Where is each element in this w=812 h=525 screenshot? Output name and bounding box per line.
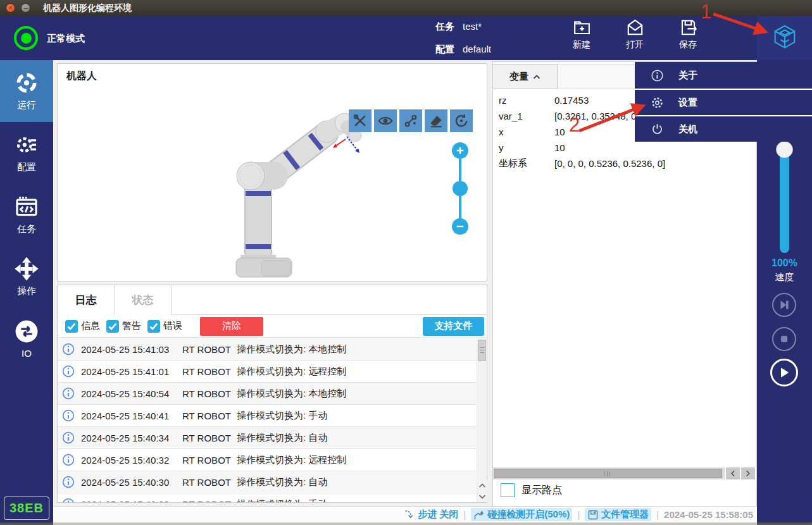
run-icon	[15, 71, 39, 95]
scroll-right-button[interactable]	[741, 467, 755, 479]
variable-name: y	[493, 142, 554, 153]
info-icon	[62, 409, 75, 422]
speed-percent: 100%	[757, 257, 812, 269]
log-filter-checkbox[interactable]: 警告	[106, 320, 141, 333]
log-filter-checkbox[interactable]: 信息	[65, 320, 100, 333]
step-mode-toggle[interactable]: 步进 关闭	[404, 509, 458, 521]
log-message: 操作模式切换为: 本地控制	[237, 343, 346, 355]
log-tab[interactable]: 日志	[58, 285, 115, 315]
header-action-button[interactable]: 新建	[563, 18, 600, 51]
config-value: default	[463, 44, 491, 56]
task-label: 任务	[435, 21, 454, 33]
log-timestamp: 2024-05-25 15:41:03	[81, 344, 182, 355]
menu-item[interactable]: 关机	[635, 115, 812, 142]
io-icon	[15, 319, 39, 343]
zoom-in-button[interactable]	[452, 142, 468, 159]
log-source: RT ROBOT	[182, 411, 237, 421]
header-action-button[interactable]: 保存	[670, 18, 706, 51]
operate-icon	[15, 257, 39, 281]
scroll-up-button[interactable]	[477, 480, 487, 491]
log-entry-row: 2024-05-25 15:40:08 RT ROBOT 操作模式切换为: 手动	[58, 493, 476, 502]
log-entry-row: 2024-05-25 15:40:30 RT ROBOT 操作模式切换为: 自动	[58, 471, 476, 493]
variables-hscrollbar[interactable]	[493, 467, 725, 479]
rotate-icon	[453, 113, 470, 129]
window-minimize-button[interactable]: –	[21, 3, 30, 13]
view-reset-rotation-button[interactable]	[450, 109, 473, 132]
app-menu-button[interactable]	[757, 16, 812, 60]
sidebar-nav-item[interactable]: 配置	[0, 122, 53, 184]
info-icon	[62, 387, 75, 400]
log-source: RT ROBOT	[182, 388, 237, 399]
speed-slider-knob[interactable]	[776, 141, 793, 158]
view-path-button[interactable]	[399, 109, 422, 132]
sidebar-nav-item[interactable]: 运行	[0, 60, 53, 122]
window-title: 机器人图形化编程环境	[43, 3, 132, 14]
sidebar-nav-item[interactable]: IO	[0, 308, 53, 370]
log-tabs: 日志状态	[58, 285, 487, 315]
log-scrollbar-thumb[interactable]	[478, 340, 486, 361]
play-button[interactable]	[770, 359, 798, 386]
variable-name: x	[493, 127, 554, 137]
config-field: 配置 default	[435, 44, 491, 56]
log-entry-row: 2024-05-25 15:40:41 RT ROBOT 操作模式切换为: 手动	[58, 405, 476, 427]
log-source: RT ROBOT	[182, 433, 237, 443]
variable-value: 0.17453	[554, 95, 589, 106]
view-tools-button[interactable]	[349, 109, 372, 132]
log-tab[interactable]: 状态	[115, 285, 172, 315]
log-filter-checkbox[interactable]: 错误	[147, 320, 182, 333]
menu-item[interactable]: 设置	[635, 89, 812, 115]
sidebar-nav: 运行 配置 任务 操作 IO	[0, 60, 53, 370]
log-message: 操作模式切换为: 本地控制	[237, 388, 346, 400]
step-forward-button[interactable]	[772, 293, 796, 317]
log-entry-row: 2024-05-25 15:41:01 RT ROBOT 操作模式切换为: 远程…	[58, 361, 476, 383]
menu-item[interactable]: 关于	[635, 62, 812, 89]
variables-hscrollbar-thumb[interactable]	[494, 469, 722, 478]
view-erase-button[interactable]	[425, 109, 447, 132]
file-manager-button[interactable]: 文件管理器	[585, 508, 651, 521]
app-dropdown-menu: 关于 设置 关机	[635, 62, 812, 142]
log-entry-row: 2024-05-25 15:40:54 RT ROBOT 操作模式切换为: 本地…	[58, 383, 476, 405]
clear-log-button[interactable]: 清除	[200, 317, 263, 336]
header-action-button[interactable]: 打开	[616, 18, 653, 51]
collision-detection-toggle[interactable]: 碰撞检测开启(50%)	[471, 508, 572, 521]
left-sidebar: 运行 配置 任务 操作 IO 38EB	[0, 60, 53, 522]
view-visibility-button[interactable]	[374, 109, 397, 132]
support-files-button[interactable]: 支持文件	[423, 317, 484, 336]
app-logo-icon	[770, 23, 799, 52]
sidebar-nav-item[interactable]: 操作	[0, 246, 53, 308]
unchecked-checkbox	[501, 483, 515, 497]
variable-value: [0, 0, 0, 0.5236, 0.5236, 0]	[554, 158, 665, 169]
zoom-slider-knob[interactable]	[453, 181, 468, 196]
config-label: 配置	[435, 44, 454, 56]
info-icon	[62, 498, 75, 502]
show-waypoints-checkbox[interactable]: 显示路点	[501, 483, 562, 497]
variable-row: y 10	[493, 140, 756, 156]
stop-button[interactable]	[772, 327, 796, 351]
tools-icon	[352, 113, 368, 129]
robot-3d-viewport[interactable]	[165, 99, 368, 282]
sidebar-nav-item[interactable]: 任务	[0, 184, 53, 246]
log-message: 操作模式切换为: 远程控制	[237, 454, 346, 466]
log-timestamp: 2024-05-25 15:40:54	[81, 388, 182, 399]
checkbox-check-icon	[106, 320, 119, 333]
power-icon	[651, 123, 664, 136]
task-icon	[15, 195, 39, 219]
log-scrollbar[interactable]	[477, 338, 487, 502]
scroll-down-button[interactable]	[477, 491, 487, 502]
speed-slider-track[interactable]	[780, 145, 789, 253]
bottom-strip	[53, 522, 757, 525]
task-field: 任务 test*	[435, 21, 482, 33]
status-bar: 步进 关闭 | 碰撞检测开启(50%) | 文件管理器 | 2024-05-25…	[53, 506, 757, 522]
scroll-left-button[interactable]	[726, 467, 740, 479]
log-source: RT ROBOT	[182, 499, 237, 503]
variables-header[interactable]: 变量	[493, 64, 558, 89]
task-value: test*	[463, 21, 482, 33]
log-message: 操作模式切换为: 手动	[237, 498, 327, 503]
open-icon	[625, 18, 645, 37]
eye-icon	[377, 113, 394, 129]
log-source: RT ROBOT	[182, 477, 237, 488]
log-entry-row: 2024-05-25 15:40:32 RT ROBOT 操作模式切换为: 远程…	[58, 449, 476, 471]
window-close-button[interactable]: ×	[6, 3, 15, 13]
zoom-out-button[interactable]	[452, 218, 468, 235]
clock: 2024-05-25 15:58:05	[664, 509, 753, 520]
